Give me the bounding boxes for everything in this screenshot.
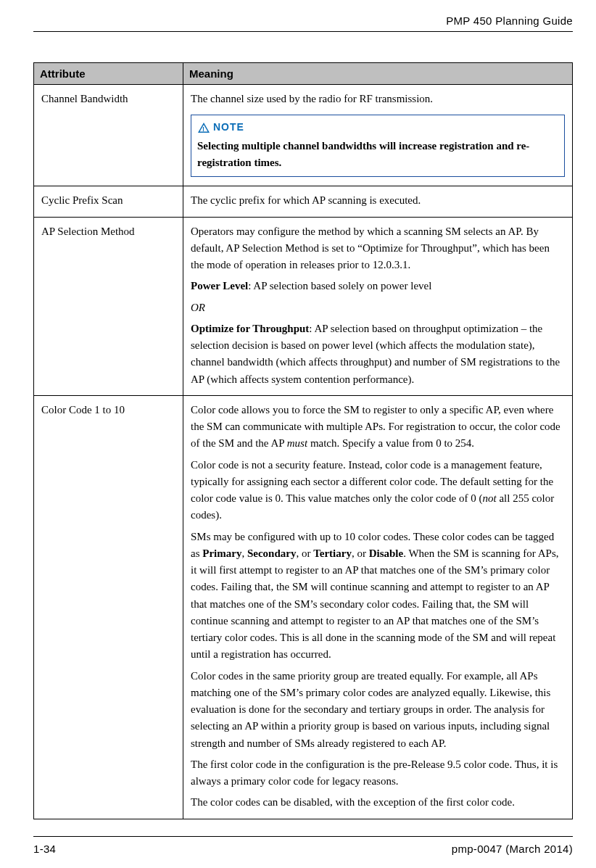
col-header-meaning: Meaning — [183, 63, 573, 85]
paragraph: SMs may be configured with up to 10 colo… — [191, 529, 565, 664]
paragraph: Power Level: AP selection based solely o… — [191, 278, 565, 294]
footer-left: 1-34 — [33, 843, 56, 855]
attribute-table: Attribute Meaning Channel Bandwidth The … — [33, 62, 573, 819]
paragraph: OR — [191, 299, 565, 316]
bold-text: Secondary — [247, 547, 297, 559]
attr-name: AP Selection Method — [34, 217, 183, 395]
table-row: AP Selection Method Operators may config… — [34, 217, 573, 395]
note-label: ! NOTE — [197, 120, 244, 135]
attr-meaning: The cyclic prefix for which AP scanning … — [183, 186, 573, 217]
text: , or — [352, 547, 369, 559]
text: , or — [296, 547, 313, 559]
page-header: PMP 450 Planning Guide — [33, 15, 573, 32]
bold-text: Disable — [369, 547, 404, 559]
attr-meaning: The channel size used by the radio for R… — [183, 85, 573, 186]
bold-text: Tertiary — [313, 547, 352, 559]
table-row: Channel Bandwidth The channel size used … — [34, 85, 573, 186]
paragraph: The cyclic prefix for which AP scanning … — [191, 192, 565, 209]
attr-meaning: Operators may configure the method by wh… — [183, 217, 573, 395]
paragraph: Optimize for Throughput: AP selection ba… — [191, 321, 565, 388]
paragraph: Color code allows you to force the SM to… — [191, 402, 565, 452]
paragraph: The channel size used by the radio for R… — [191, 91, 565, 107]
bold-text: Power Level — [191, 280, 248, 292]
col-header-attribute: Attribute — [34, 63, 183, 85]
attr-name: Channel Bandwidth — [34, 85, 183, 186]
attr-name: Color Code 1 to 10 — [34, 395, 183, 819]
page-footer: 1-34 pmp-0047 (March 2014) — [33, 836, 573, 855]
table-row: Color Code 1 to 10 Color code allows you… — [34, 395, 573, 819]
text: : AP selection based solely on power lev… — [248, 280, 431, 292]
text: . When the SM is scanning for APs, it wi… — [191, 547, 558, 661]
paragraph: Color codes in the same priority group a… — [191, 668, 565, 752]
note-text: Selecting multiple channel bandwidths wi… — [197, 138, 558, 170]
attr-meaning: Color code allows you to force the SM to… — [183, 395, 573, 819]
footer-right: pmp-0047 (March 2014) — [452, 843, 573, 855]
text: , — [241, 547, 247, 559]
paragraph: The first color code in the configuratio… — [191, 756, 565, 790]
table-row: Cyclic Prefix Scan The cyclic prefix for… — [34, 186, 573, 217]
note-box: ! NOTE Selecting multiple channel bandwi… — [191, 115, 565, 177]
italic-text: not — [483, 492, 497, 504]
svg-text:!: ! — [202, 125, 205, 133]
paragraph: The color codes can be disabled, with th… — [191, 794, 565, 811]
attr-name: Cyclic Prefix Scan — [34, 186, 183, 217]
bold-text: Optimize for Throughput — [191, 323, 309, 334]
text: match. Specify a value from 0 to 254. — [307, 437, 474, 449]
paragraph: Operators may configure the method by wh… — [191, 223, 565, 274]
bold-text: Primary — [202, 547, 241, 559]
paragraph: Color code is not a security feature. In… — [191, 457, 565, 524]
note-label-text: NOTE — [213, 120, 244, 135]
italic-text: must — [287, 437, 307, 449]
note-icon: ! — [197, 122, 210, 133]
